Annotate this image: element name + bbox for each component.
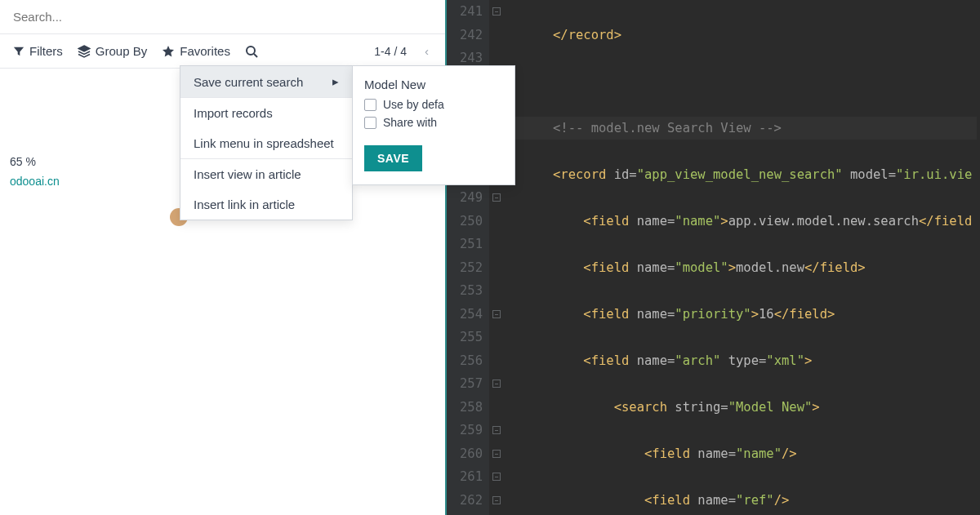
search-row: [0, 0, 445, 34]
fold-icon[interactable]: [492, 496, 501, 504]
chevron-right-icon: ▸: [332, 74, 339, 89]
checkbox-icon[interactable]: [364, 117, 376, 129]
code-area[interactable]: </record> <!-- model.new Search View -->…: [504, 0, 980, 515]
favorites-button[interactable]: Favorites: [162, 44, 230, 58]
bg-link[interactable]: odooai.cn: [10, 175, 60, 188]
groupby-button[interactable]: Group By: [78, 44, 147, 58]
svg-point-0: [247, 47, 255, 55]
progress-text: 65 %: [10, 155, 60, 168]
filters-button[interactable]: Filters: [13, 44, 63, 58]
save-search-panel: Model New Use by defa Share with SAVE: [352, 65, 515, 185]
fold-icon[interactable]: [492, 310, 501, 318]
fold-icon[interactable]: [492, 450, 501, 458]
chevron-left-icon[interactable]: ‹: [421, 44, 432, 58]
groupby-label: Group By: [96, 44, 147, 58]
chk-label: Share with: [383, 116, 437, 129]
save-button[interactable]: SAVE: [364, 145, 422, 171]
pager[interactable]: 1-4 / 4: [374, 45, 407, 58]
dd-label: Insert link in article: [194, 198, 295, 211]
odoo-pane: Filters Group By Favorites 1-4 / 4 ‹ 65 …: [0, 0, 445, 515]
favorites-dropdown: Save current search ▸ Import records Lin…: [180, 65, 353, 220]
save-panel-title[interactable]: Model New: [364, 78, 503, 91]
dd-label: Insert view in article: [194, 167, 301, 181]
search-toolbar: Filters Group By Favorites 1-4 / 4 ‹: [0, 34, 445, 69]
fold-icon[interactable]: [492, 193, 501, 202]
code-editor-pane: 2412422432442452462472482492502512522532…: [445, 0, 980, 515]
dd-label: Import records: [194, 106, 273, 120]
save-current-search-item[interactable]: Save current search ▸: [180, 66, 352, 97]
share-with-row[interactable]: Share with: [364, 116, 503, 129]
search-input[interactable]: [13, 7, 432, 27]
fold-icon[interactable]: [492, 426, 501, 434]
filter-icon: [13, 46, 24, 57]
star-icon: [162, 45, 175, 58]
fold-icon[interactable]: [492, 380, 501, 388]
background-card-fragment: 65 % odooai.cn: [10, 155, 60, 188]
dd-label: Link menu in spreadsheet: [194, 136, 334, 150]
checkbox-icon[interactable]: [364, 99, 376, 111]
import-records-item[interactable]: Import records: [180, 98, 352, 128]
insert-link-item[interactable]: Insert link in article: [180, 189, 352, 220]
link-menu-item[interactable]: Link menu in spreadsheet: [180, 128, 352, 158]
fold-icon[interactable]: [492, 473, 501, 481]
insert-view-item[interactable]: Insert view in article: [180, 159, 352, 189]
favorites-label: Favorites: [180, 44, 230, 58]
use-by-default-row[interactable]: Use by defa: [364, 98, 503, 111]
search-icon-button[interactable]: [245, 45, 258, 58]
layers-icon: [78, 45, 91, 58]
dd-label: Save current search: [194, 75, 303, 89]
chk-label: Use by defa: [383, 98, 444, 111]
fold-icon[interactable]: [492, 7, 501, 16]
filters-label: Filters: [29, 44, 63, 58]
search-icon: [245, 45, 258, 58]
